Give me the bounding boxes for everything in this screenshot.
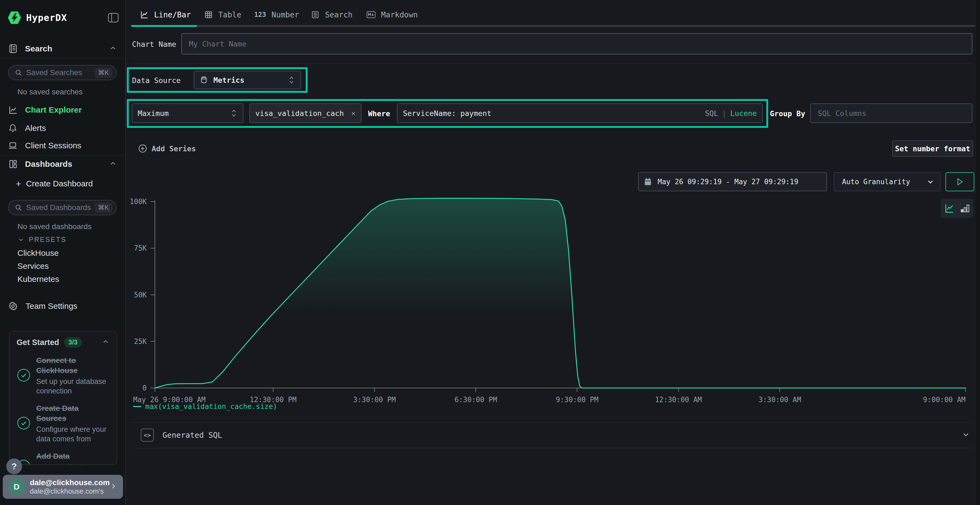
tab-label: Number xyxy=(271,10,299,19)
chevron-up-icon[interactable] xyxy=(102,338,110,347)
plus-icon: + xyxy=(16,179,21,188)
tab-label: Search xyxy=(325,10,353,19)
chevron-right-icon xyxy=(110,482,118,491)
x-axis-label: 3:30:00 AM xyxy=(759,395,801,404)
sql-mode-toggle[interactable]: SQL xyxy=(705,109,718,118)
chart-line-icon xyxy=(8,105,18,114)
journal-icon xyxy=(8,44,18,54)
saved-searches-field[interactable] xyxy=(26,68,95,77)
progress-badge: 3/3 xyxy=(64,337,82,348)
chart-name-label: Chart Name xyxy=(132,40,177,48)
sidebar-item-client-sessions[interactable]: Client Sessions xyxy=(0,138,125,153)
sidebar: HyperDX Search ⌘K No saved searches Char… xyxy=(0,0,126,505)
chart-name-input[interactable] xyxy=(181,33,972,54)
get-started-item[interactable]: Connect to ClickHouse Set up your databa… xyxy=(10,350,117,398)
check-circle-icon xyxy=(17,368,31,383)
legend-label: max(visa_validation_cache.size) xyxy=(145,402,277,411)
lucene-mode-toggle[interactable]: Lucene xyxy=(730,109,757,118)
tab-label: Line/Bar xyxy=(154,10,191,19)
saved-dashboards-input[interactable]: ⌘K xyxy=(8,200,116,215)
nav-label: Chart Explorer xyxy=(25,105,82,114)
create-dashboard-label: Create Dashboard xyxy=(26,179,93,188)
no-saved-searches-text: No saved searches xyxy=(18,87,83,96)
chart-legend[interactable]: max(visa_validation_cache.size) xyxy=(133,402,277,411)
get-started-header[interactable]: Get Started 3/3 xyxy=(10,332,117,350)
tab-search[interactable]: Search xyxy=(311,6,355,24)
no-saved-dashboards-text: No saved dashboards xyxy=(18,222,91,231)
group-by-input[interactable] xyxy=(810,103,972,123)
saved-dashboards-field[interactable] xyxy=(26,203,95,212)
where-label: Where xyxy=(368,110,390,118)
play-icon xyxy=(956,178,963,186)
help-button[interactable]: ? xyxy=(6,459,22,474)
search-icon xyxy=(15,69,22,76)
set-number-format-button[interactable]: Set number format xyxy=(892,140,973,157)
markdown-icon xyxy=(366,11,375,19)
preset-item-services[interactable]: Services xyxy=(18,262,49,271)
nav-label: Team Settings xyxy=(25,302,77,311)
shortcut-badge: ⌘K xyxy=(95,202,112,213)
sidebar-section-search[interactable]: Search xyxy=(0,41,125,57)
run-query-button[interactable] xyxy=(945,172,974,191)
preset-item-clickhouse[interactable]: ClickHouse xyxy=(18,248,59,258)
get-started-item[interactable]: Add Data Start sending logs, metrics, or… xyxy=(10,446,117,465)
remove-metric-icon[interactable]: ✕ xyxy=(351,109,356,117)
generated-sql-toggle[interactable]: <> Generated SQL xyxy=(131,422,972,448)
date-range-value: May 26 09:29:19 - May 27 09:29:19 xyxy=(658,178,799,186)
preset-item-kubernetes[interactable]: Kubernetes xyxy=(18,275,59,284)
granularity-value: Auto Granularity xyxy=(842,178,910,186)
sidebar-section-dashboards[interactable]: Dashboards xyxy=(0,156,125,172)
where-value: ServiceName: payment xyxy=(403,109,492,118)
metric-token[interactable]: visa_validation_cach ✕ xyxy=(249,103,361,123)
y-axis-label: 25K xyxy=(134,337,147,346)
task-text: Create Data Sources Configure where your… xyxy=(36,403,110,444)
where-input[interactable]: ServiceName: payment SQL | Lucene xyxy=(397,103,763,123)
task-title: Add Data xyxy=(36,451,110,462)
updown-chevron-icon xyxy=(230,108,237,118)
updown-chevron-icon xyxy=(288,75,295,85)
avatar: D xyxy=(8,478,25,495)
y-axis-label: 75K xyxy=(134,244,147,252)
sidebar-item-alerts[interactable]: Alerts xyxy=(0,121,125,136)
code-icon: <> xyxy=(141,429,154,441)
list-icon xyxy=(311,10,320,19)
chevron-down-icon xyxy=(961,430,970,440)
presets-label: PRESETS xyxy=(29,236,67,243)
check-circle-icon xyxy=(17,416,31,431)
get-started-item[interactable]: Create Data Sources Configure where your… xyxy=(10,398,117,446)
task-desc: Set up your database connection xyxy=(36,377,110,396)
y-axis-label: 0 xyxy=(142,384,147,392)
get-started-card: Get Started 3/3 Connect to ClickHouse Se… xyxy=(9,331,117,465)
scrollbar[interactable] xyxy=(975,0,980,505)
bell-icon xyxy=(8,124,18,133)
series-area xyxy=(155,199,966,388)
app-title: HyperDX xyxy=(26,12,67,23)
data-source-select[interactable]: Metrics xyxy=(194,71,301,89)
chevron-up-icon xyxy=(109,44,117,53)
sidebar-collapse-icon[interactable] xyxy=(108,13,119,22)
tabs-underline xyxy=(131,25,980,27)
chevron-down-icon xyxy=(18,236,24,243)
aggregation-select[interactable]: Maximum xyxy=(132,103,243,123)
create-dashboard-button[interactable]: + Create Dashboard xyxy=(16,179,93,188)
tab-markdown[interactable]: Markdown xyxy=(366,6,421,24)
add-series-button[interactable]: Add Series xyxy=(138,141,196,156)
nav-label: Client Sessions xyxy=(25,141,81,150)
chart-plot-area[interactable]: 025K50K75K100KMay 26 9:00:00 AM12:30:00 … xyxy=(126,191,980,414)
tab-label: Markdown xyxy=(381,10,418,19)
user-menu[interactable]: D dale@clickhouse.com dale@clickhouse.co… xyxy=(3,475,123,499)
section-label: Search xyxy=(25,44,52,53)
tab-number[interactable]: 123 Number xyxy=(254,6,301,24)
sidebar-item-team-settings[interactable]: Team Settings xyxy=(0,299,125,314)
sidebar-item-chart-explorer[interactable]: Chart Explorer xyxy=(0,102,125,118)
presets-toggle[interactable]: PRESETS xyxy=(18,236,67,243)
tab-table[interactable]: Table xyxy=(204,6,245,24)
x-axis-label: 3:30:00 PM xyxy=(353,395,396,404)
hyperdx-logo-icon xyxy=(8,11,21,24)
tab-line-bar[interactable]: Line/Bar xyxy=(140,6,194,24)
granularity-select[interactable]: Auto Granularity xyxy=(834,172,940,191)
date-range-picker[interactable]: May 26 09:29:19 - May 27 09:29:19 xyxy=(638,172,827,191)
saved-searches-input[interactable]: ⌘K xyxy=(8,65,116,80)
group-by-label: Group By xyxy=(770,110,805,118)
timeseries-chart[interactable]: 025K50K75K100KMay 26 9:00:00 AM12:30:00 … xyxy=(126,191,980,414)
